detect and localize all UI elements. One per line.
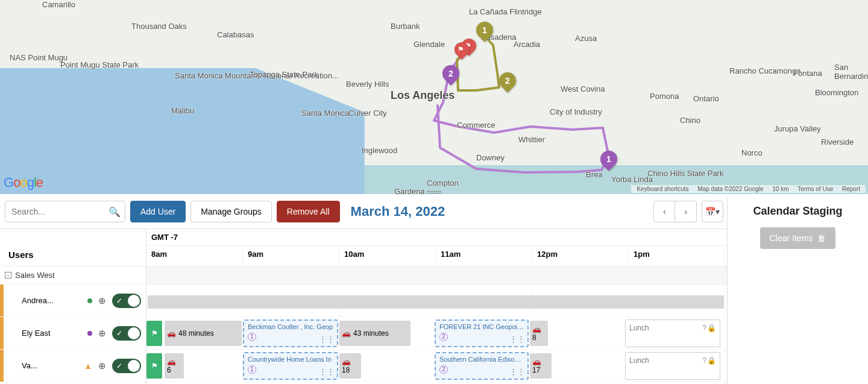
timezone-label: GMT -7	[146, 229, 727, 246]
timeline: GMT -7 8am9am10am11am12pm1pm2pm ⚑🚗48 min…	[146, 229, 727, 384]
start-flag-icon[interactable]: ⚑	[146, 353, 162, 379]
google-logo: Google	[4, 175, 43, 190]
drive-segment[interactable]: 🚗8	[530, 321, 548, 346]
car-icon: 🚗	[532, 357, 541, 366]
current-date-title: March 14, 2022	[351, 204, 445, 219]
prev-day-button[interactable]: ‹	[653, 201, 675, 222]
stop-number-badge: 1	[248, 365, 256, 374]
map-label: Inglewood	[362, 146, 397, 155]
car-icon: 🚗	[167, 329, 176, 338]
map-label: Azusa	[575, 34, 597, 43]
drive-segment[interactable]: 🚗18	[339, 353, 361, 379]
drag-dots-icon[interactable]: ⋮⋮	[509, 335, 525, 344]
zoom-user-icon[interactable]: ⊕	[98, 295, 106, 306]
route-color-dot	[87, 298, 92, 303]
drag-dots-icon[interactable]: ⋮⋮	[319, 367, 335, 376]
map-label: Pomona	[650, 92, 679, 101]
clear-items-label: Clear Items	[770, 233, 813, 243]
map-label: Commerce	[457, 121, 495, 130]
drive-segment[interactable]: 🚗6	[165, 353, 184, 379]
map-label: Riverside	[821, 137, 854, 146]
lunch-block[interactable]: Lunch?🔒	[625, 319, 720, 347]
car-icon: 🚗	[167, 357, 176, 366]
schedule-row-ely[interactable]: ⚑🚗48 minutes🚗43 minutes🚗8Beckman Coulter…	[146, 317, 727, 350]
map-label: Culver City	[348, 109, 387, 118]
help-icon[interactable]: ?	[702, 324, 706, 332]
map-label: City of Industry	[550, 107, 602, 116]
user-visibility-toggle[interactable]: ✓	[112, 359, 141, 373]
drive-segment[interactable]: 🚗48 minutes	[165, 321, 242, 346]
user-row[interactable]: Andrea...⊕✓	[0, 285, 146, 317]
route-color-dot	[87, 331, 92, 336]
hours-header: 8am9am10am11am12pm1pm2pm	[146, 246, 727, 266]
remove-all-button[interactable]: Remove All	[277, 201, 340, 222]
appt-title: Beckman Coulter , Inc. Geop	[248, 323, 333, 330]
zoom-user-icon[interactable]: ⊕	[98, 360, 106, 371]
appt-title: FOREVER 21 INC Geopointe	[439, 323, 524, 330]
group-label: Sales West	[15, 271, 55, 280]
lunch-block[interactable]: Lunch?🔒	[625, 352, 720, 380]
appointment-block[interactable]: FOREVER 21 INC Geopointe2⋮⋮	[435, 319, 529, 347]
user-row[interactable]: Ely East⊕✓	[0, 317, 146, 350]
start-flag-icon[interactable]: ⚑	[146, 321, 162, 346]
map-label: Jurupa Valley	[774, 124, 821, 133]
terms-link[interactable]: Terms of Use	[797, 186, 833, 192]
drag-dots-icon[interactable]: ⋮⋮	[509, 367, 525, 376]
appointment-block[interactable]: Southern California Edison C2⋮⋮	[435, 352, 529, 380]
map-label: Malibu	[171, 106, 194, 115]
users-column: Users - Sales West Andrea...⊕✓Ely East⊕✓…	[0, 229, 146, 384]
search-input[interactable]	[5, 201, 125, 222]
map-canvas[interactable]: CamarilloThousand OaksNAS Point MuguPoin…	[0, 0, 868, 194]
calendar-picker-button[interactable]: 📅▾	[702, 201, 723, 222]
help-icon[interactable]: ?	[702, 356, 706, 365]
clear-items-button[interactable]: Clear Items 🗑	[760, 227, 836, 249]
map-label: Burbank	[391, 22, 420, 31]
car-icon: 🚗	[342, 329, 351, 338]
map-label: Topanga State Park	[250, 70, 318, 79]
hour-column: 11am	[436, 246, 532, 266]
map-label: San Bernardino	[834, 63, 868, 81]
kbd-shortcuts-link[interactable]: Keyboard shortcuts	[637, 186, 688, 192]
map-label: Camarillo	[42, 0, 75, 9]
check-icon: ✓	[116, 362, 122, 370]
map-label: Downey	[476, 153, 505, 162]
appointment-block[interactable]: Countrywide Home Loans In1⋮⋮	[243, 352, 338, 380]
user-row[interactable]: Va...▲⊕✓	[0, 350, 146, 382]
map-label: West Covina	[561, 84, 605, 93]
stop-number-badge: 2	[439, 333, 448, 341]
map-label: Chino	[680, 116, 700, 125]
toggle-knob	[128, 327, 140, 339]
lock-icon: 🔒	[707, 356, 716, 365]
drag-dots-icon[interactable]: ⋮⋮	[319, 335, 335, 344]
user-colorbar	[0, 285, 4, 316]
map-label: Los Angeles	[391, 89, 454, 102]
drive-segment[interactable]: 🚗43 minutes	[339, 321, 410, 346]
map-label: Calabasas	[217, 30, 254, 39]
drive-segment[interactable]: 🚗17	[530, 353, 552, 379]
user-visibility-toggle[interactable]: ✓	[112, 294, 141, 308]
check-icon: ✓	[116, 329, 122, 338]
trash-icon: 🗑	[817, 233, 826, 243]
schedule-row-va[interactable]: ⚑🚗6🚗18🚗17Countrywide Home Loans In1⋮⋮Sou…	[146, 350, 727, 382]
zoom-user-icon[interactable]: ⊕	[98, 328, 106, 339]
schedule-row-andrea[interactable]	[146, 285, 727, 317]
user-visibility-toggle[interactable]: ✓	[112, 326, 141, 341]
add-user-button[interactable]: Add User	[130, 201, 186, 222]
appointment-block[interactable]: Beckman Coulter , Inc. Geop1⋮⋮	[243, 319, 338, 347]
map-label: NAS Point Mugu	[10, 53, 68, 62]
map-label: Fontana	[793, 69, 822, 78]
pane-resize-handle[interactable]	[422, 191, 446, 194]
report-link[interactable]: Report	[842, 186, 860, 192]
user-colorbar	[0, 317, 4, 349]
search-icon[interactable]: 🔍	[108, 206, 121, 218]
map-label: Beverly Hills	[346, 80, 389, 89]
next-day-button[interactable]: ›	[675, 201, 697, 222]
map-label: Santa Monica	[301, 109, 350, 118]
manage-groups-button[interactable]: Manage Groups	[190, 201, 271, 222]
hour-column: 12pm	[532, 246, 629, 266]
collapse-icon[interactable]: -	[5, 272, 11, 279]
group-row-sales-west[interactable]: - Sales West	[0, 266, 146, 285]
map-label: Yorba Linda	[611, 175, 653, 184]
map-data-label: Map data ©2022 Google	[697, 186, 763, 192]
unavailable-block	[148, 295, 724, 309]
